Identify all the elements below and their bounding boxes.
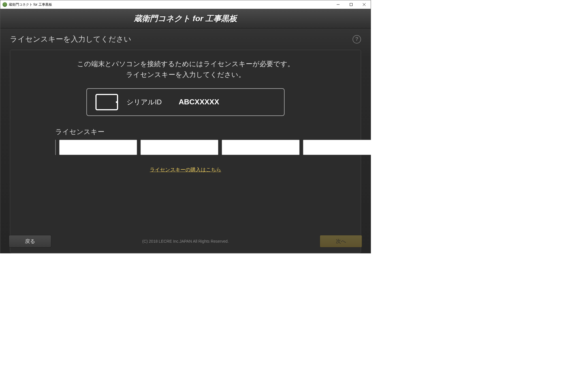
close-button[interactable] [358, 0, 371, 9]
app-window: 蔵衛門コネクト for 工事黒板 蔵衛門コネクト for 工事黒板 ライセンスキ… [0, 0, 371, 253]
app-body: 蔵衛門コネクト for 工事黒板 ライセンスキーを入力してください ? この端末… [0, 9, 371, 253]
license-card-text1: 蔵衛門工事黒板 [55, 140, 56, 150]
window-title: 蔵衛門コネクト for 工事黒板 [9, 2, 332, 7]
purchase-license-link[interactable]: ライセンスキーの購入はこちら [150, 167, 221, 173]
footer: 戻る (C) 2018 LECRE Inc.JAPAN All Rights R… [9, 235, 362, 247]
next-button-label: 次へ [336, 238, 346, 245]
back-button-label: 戻る [25, 238, 35, 245]
instruction-line2: ライセンスキーを入力してください。 [24, 69, 347, 80]
instruction-text: この端末とパソコンを接続するためにはライセンスキーが必要です。 ライセンスキーを… [24, 59, 347, 80]
app-header: 蔵衛門コネクト for 工事黒板 [0, 9, 371, 29]
app-header-title: 蔵衛門コネクト for 工事黒板 [134, 13, 237, 24]
instruction-line1: この端末とパソコンを接続するためにはライセンスキーが必要です。 [24, 59, 347, 69]
help-icon[interactable]: ? [353, 35, 361, 44]
copyright-text: (C) 2018 LECRE Inc.JAPAN All Rights Rese… [51, 239, 320, 244]
license-section: ライセンスキー 蔵衛門工事黒板 ライセンスキー ライセンスキーの購入 [55, 127, 316, 173]
page-title-row: ライセンスキーを入力してください ? [10, 34, 361, 44]
serial-id-box: シリアルID ABCXXXXX [86, 88, 285, 116]
serial-id-label: シリアルID [127, 98, 162, 107]
page-content: ライセンスキーを入力してください ? この端末とパソコンを接続するためにはライセ… [0, 29, 371, 253]
window-controls [332, 0, 371, 9]
purchase-link-row: ライセンスキーの購入はこちら [55, 166, 316, 173]
license-key-label: ライセンスキー [55, 127, 316, 136]
tablet-icon [95, 94, 118, 110]
serial-id-value: ABCXXXXX [179, 98, 219, 106]
back-button[interactable]: 戻る [9, 235, 51, 247]
next-button[interactable]: 次へ [320, 235, 362, 247]
license-key-input-1[interactable] [59, 140, 137, 155]
license-card-image: 蔵衛門工事黒板 ライセンスキー [55, 140, 56, 155]
main-panel: この端末とパソコンを接続するためにはライセンスキーが必要です。 ライセンスキーを… [10, 50, 361, 253]
minimize-button[interactable] [332, 0, 345, 9]
license-key-input-4[interactable] [303, 140, 371, 155]
app-icon [3, 2, 7, 7]
license-key-input-3[interactable] [222, 140, 300, 155]
svg-rect-1 [350, 3, 353, 6]
license-key-inputs: 蔵衛門工事黒板 ライセンスキー [55, 140, 316, 155]
titlebar: 蔵衛門コネクト for 工事黒板 [0, 0, 371, 9]
license-key-input-2[interactable] [140, 140, 218, 155]
page-title: ライセンスキーを入力してください [10, 34, 353, 44]
maximize-button[interactable] [345, 0, 358, 9]
license-card-text2: ライセンスキー [55, 150, 56, 155]
